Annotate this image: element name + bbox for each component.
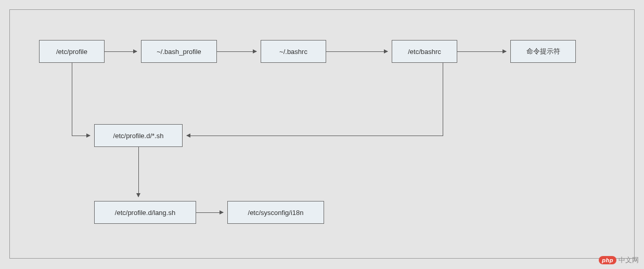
node-command-prompt: 命令提示符 bbox=[510, 40, 576, 63]
node-bashrc-user: ~/.bashrc bbox=[261, 40, 326, 63]
node-label: /etc/profile.d/*.sh bbox=[113, 132, 164, 140]
arrow-bashprofile-to-bashrc bbox=[217, 51, 256, 52]
arrow-lang-to-i18n bbox=[196, 212, 223, 213]
connector-profile-down bbox=[72, 63, 72, 136]
watermark: php 中文网 bbox=[599, 255, 639, 265]
node-label: /etc/bashrc bbox=[408, 48, 441, 56]
node-bash-profile: ~/.bash_profile bbox=[141, 40, 217, 63]
node-label: /etc/sysconfig/i18n bbox=[248, 209, 304, 217]
node-label: ~/.bash_profile bbox=[157, 48, 201, 56]
node-label: /etc/profile bbox=[56, 48, 87, 56]
arrow-etcbashrc-to-profiled bbox=[187, 136, 443, 136]
node-label: /etc/profile.d/lang.sh bbox=[115, 209, 175, 217]
connector-etcbashrc-down bbox=[443, 63, 443, 136]
node-profile-d-sh: /etc/profile.d/*.sh bbox=[94, 124, 183, 147]
node-etc-bashrc: /etc/bashrc bbox=[392, 40, 457, 63]
php-logo: php bbox=[599, 256, 616, 264]
arrow-profile-to-bashprofile bbox=[105, 51, 137, 52]
arrow-etcbashrc-to-prompt bbox=[457, 51, 506, 52]
node-label: ~/.bashrc bbox=[279, 48, 307, 56]
diagram-frame: /etc/profile ~/.bash_profile ~/.bashrc /… bbox=[9, 9, 635, 259]
arrow-profile-to-profiled bbox=[72, 136, 90, 136]
watermark-text: 中文网 bbox=[619, 255, 639, 265]
node-sysconfig-i18n: /etc/sysconfig/i18n bbox=[227, 201, 324, 224]
node-label: 命令提示符 bbox=[526, 47, 560, 56]
node-profile-d-lang: /etc/profile.d/lang.sh bbox=[94, 201, 196, 224]
arrow-bashrc-to-etcbashrc bbox=[326, 51, 388, 52]
node-etc-profile: /etc/profile bbox=[39, 40, 105, 63]
arrow-profiled-to-lang bbox=[138, 147, 139, 197]
